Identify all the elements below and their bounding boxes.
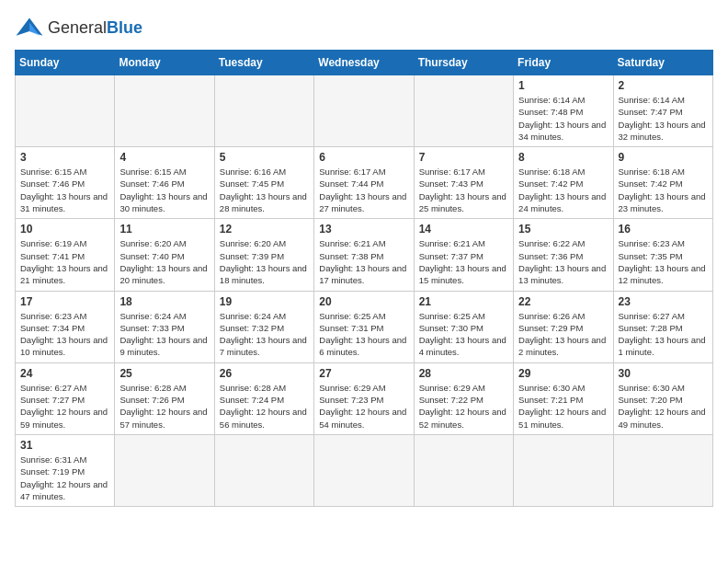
calendar-cell: 7Sunrise: 6:17 AM Sunset: 7:43 PM Daylig… bbox=[414, 147, 513, 219]
day-info: Sunrise: 6:25 AM Sunset: 7:31 PM Dayligh… bbox=[319, 310, 408, 359]
calendar-cell: 17Sunrise: 6:23 AM Sunset: 7:34 PM Dayli… bbox=[16, 291, 115, 362]
day-info: Sunrise: 6:14 AM Sunset: 7:47 PM Dayligh… bbox=[619, 94, 708, 143]
calendar-week-row: 1Sunrise: 6:14 AM Sunset: 7:48 PM Daylig… bbox=[16, 75, 713, 147]
day-number: 2 bbox=[619, 79, 708, 92]
day-number: 30 bbox=[619, 367, 708, 380]
header-saturday: Saturday bbox=[613, 51, 712, 75]
day-info: Sunrise: 6:17 AM Sunset: 7:44 PM Dayligh… bbox=[319, 166, 408, 214]
calendar-week-row: 10Sunrise: 6:19 AM Sunset: 7:41 PM Dayli… bbox=[16, 219, 713, 291]
calendar-cell: 30Sunrise: 6:30 AM Sunset: 7:20 PM Dayli… bbox=[613, 362, 712, 434]
day-info: Sunrise: 6:27 AM Sunset: 7:28 PM Dayligh… bbox=[619, 310, 708, 359]
day-info: Sunrise: 6:29 AM Sunset: 7:22 PM Dayligh… bbox=[419, 382, 508, 431]
calendar-cell: 1Sunrise: 6:14 AM Sunset: 7:48 PM Daylig… bbox=[514, 75, 613, 147]
day-number: 22 bbox=[518, 295, 608, 308]
calendar-cell bbox=[414, 434, 513, 506]
calendar-cell: 28Sunrise: 6:29 AM Sunset: 7:22 PM Dayli… bbox=[414, 362, 513, 434]
calendar-cell: 12Sunrise: 6:20 AM Sunset: 7:39 PM Dayli… bbox=[214, 219, 313, 291]
day-number: 3 bbox=[20, 151, 109, 164]
day-number: 9 bbox=[619, 151, 708, 164]
day-number: 5 bbox=[220, 151, 309, 164]
calendar-cell: 31Sunrise: 6:31 AM Sunset: 7:19 PM Dayli… bbox=[16, 434, 115, 506]
logo-text: GeneralBlue bbox=[48, 18, 142, 38]
day-info: Sunrise: 6:18 AM Sunset: 7:42 PM Dayligh… bbox=[518, 166, 608, 214]
logo: GeneralBlue bbox=[15, 15, 142, 40]
day-number: 27 bbox=[319, 367, 408, 380]
day-number: 25 bbox=[119, 367, 209, 380]
day-info: Sunrise: 6:15 AM Sunset: 7:46 PM Dayligh… bbox=[119, 166, 209, 214]
calendar-cell bbox=[314, 434, 414, 506]
page-header: GeneralBlue bbox=[15, 15, 713, 40]
day-number: 12 bbox=[220, 223, 309, 236]
calendar-cell: 27Sunrise: 6:29 AM Sunset: 7:23 PM Dayli… bbox=[314, 362, 414, 434]
day-info: Sunrise: 6:29 AM Sunset: 7:23 PM Dayligh… bbox=[319, 382, 408, 431]
day-info: Sunrise: 6:20 AM Sunset: 7:39 PM Dayligh… bbox=[220, 237, 309, 286]
day-info: Sunrise: 6:15 AM Sunset: 7:46 PM Dayligh… bbox=[20, 166, 109, 214]
header-tuesday: Tuesday bbox=[214, 51, 313, 75]
calendar-cell: 13Sunrise: 6:21 AM Sunset: 7:38 PM Dayli… bbox=[314, 219, 414, 291]
calendar-cell: 25Sunrise: 6:28 AM Sunset: 7:26 PM Dayli… bbox=[115, 362, 214, 434]
day-info: Sunrise: 6:14 AM Sunset: 7:48 PM Dayligh… bbox=[518, 94, 608, 143]
day-number: 31 bbox=[20, 439, 109, 452]
calendar-cell: 14Sunrise: 6:21 AM Sunset: 7:37 PM Dayli… bbox=[414, 219, 513, 291]
logo-icon bbox=[15, 15, 44, 40]
day-info: Sunrise: 6:26 AM Sunset: 7:29 PM Dayligh… bbox=[518, 310, 608, 359]
calendar-cell bbox=[16, 75, 115, 147]
calendar-cell: 29Sunrise: 6:30 AM Sunset: 7:21 PM Dayli… bbox=[514, 362, 613, 434]
calendar-cell bbox=[214, 434, 313, 506]
day-number: 1 bbox=[518, 79, 608, 92]
calendar-cell: 15Sunrise: 6:22 AM Sunset: 7:36 PM Dayli… bbox=[514, 219, 613, 291]
calendar-cell: 10Sunrise: 6:19 AM Sunset: 7:41 PM Dayli… bbox=[16, 219, 115, 291]
calendar-week-row: 3Sunrise: 6:15 AM Sunset: 7:46 PM Daylig… bbox=[16, 147, 713, 219]
calendar-cell: 5Sunrise: 6:16 AM Sunset: 7:45 PM Daylig… bbox=[214, 147, 313, 219]
day-info: Sunrise: 6:24 AM Sunset: 7:33 PM Dayligh… bbox=[119, 310, 209, 359]
header-friday: Friday bbox=[514, 51, 613, 75]
day-number: 26 bbox=[220, 367, 309, 380]
calendar-week-row: 24Sunrise: 6:27 AM Sunset: 7:27 PM Dayli… bbox=[16, 362, 713, 434]
calendar-week-row: 31Sunrise: 6:31 AM Sunset: 7:19 PM Dayli… bbox=[16, 434, 713, 506]
day-number: 19 bbox=[220, 295, 309, 308]
day-info: Sunrise: 6:21 AM Sunset: 7:37 PM Dayligh… bbox=[419, 237, 508, 286]
calendar-cell: 22Sunrise: 6:26 AM Sunset: 7:29 PM Dayli… bbox=[514, 291, 613, 362]
calendar-cell: 2Sunrise: 6:14 AM Sunset: 7:47 PM Daylig… bbox=[613, 75, 712, 147]
day-info: Sunrise: 6:31 AM Sunset: 7:19 PM Dayligh… bbox=[20, 454, 109, 502]
day-info: Sunrise: 6:18 AM Sunset: 7:42 PM Dayligh… bbox=[619, 166, 708, 214]
day-info: Sunrise: 6:19 AM Sunset: 7:41 PM Dayligh… bbox=[20, 237, 109, 286]
calendar-cell: 19Sunrise: 6:24 AM Sunset: 7:32 PM Dayli… bbox=[214, 291, 313, 362]
calendar-cell: 18Sunrise: 6:24 AM Sunset: 7:33 PM Dayli… bbox=[115, 291, 214, 362]
calendar-table: SundayMondayTuesdayWednesdayThursdayFrid… bbox=[15, 50, 713, 507]
day-number: 18 bbox=[119, 295, 209, 308]
calendar-cell bbox=[613, 434, 712, 506]
calendar-cell: 23Sunrise: 6:27 AM Sunset: 7:28 PM Dayli… bbox=[613, 291, 712, 362]
day-info: Sunrise: 6:23 AM Sunset: 7:34 PM Dayligh… bbox=[20, 310, 109, 359]
calendar-cell: 4Sunrise: 6:15 AM Sunset: 7:46 PM Daylig… bbox=[115, 147, 214, 219]
calendar-cell bbox=[115, 434, 214, 506]
day-number: 4 bbox=[119, 151, 209, 164]
calendar-cell: 8Sunrise: 6:18 AM Sunset: 7:42 PM Daylig… bbox=[514, 147, 613, 219]
day-number: 15 bbox=[518, 223, 608, 236]
header-thursday: Thursday bbox=[414, 51, 513, 75]
day-info: Sunrise: 6:28 AM Sunset: 7:24 PM Dayligh… bbox=[220, 382, 309, 431]
day-number: 11 bbox=[119, 223, 209, 236]
day-info: Sunrise: 6:25 AM Sunset: 7:30 PM Dayligh… bbox=[419, 310, 508, 359]
day-number: 20 bbox=[319, 295, 408, 308]
day-number: 23 bbox=[619, 295, 708, 308]
day-info: Sunrise: 6:17 AM Sunset: 7:43 PM Dayligh… bbox=[419, 166, 508, 214]
calendar-cell bbox=[214, 75, 313, 147]
calendar-cell: 26Sunrise: 6:28 AM Sunset: 7:24 PM Dayli… bbox=[214, 362, 313, 434]
calendar-cell bbox=[115, 75, 214, 147]
day-number: 14 bbox=[419, 223, 508, 236]
day-info: Sunrise: 6:27 AM Sunset: 7:27 PM Dayligh… bbox=[20, 382, 109, 431]
calendar-header-row: SundayMondayTuesdayWednesdayThursdayFrid… bbox=[16, 51, 713, 75]
day-info: Sunrise: 6:16 AM Sunset: 7:45 PM Dayligh… bbox=[220, 166, 309, 214]
calendar-cell: 9Sunrise: 6:18 AM Sunset: 7:42 PM Daylig… bbox=[613, 147, 712, 219]
day-number: 7 bbox=[419, 151, 508, 164]
day-info: Sunrise: 6:22 AM Sunset: 7:36 PM Dayligh… bbox=[518, 237, 608, 286]
header-sunday: Sunday bbox=[16, 51, 115, 75]
calendar-cell: 6Sunrise: 6:17 AM Sunset: 7:44 PM Daylig… bbox=[314, 147, 414, 219]
day-number: 29 bbox=[518, 367, 608, 380]
day-info: Sunrise: 6:30 AM Sunset: 7:20 PM Dayligh… bbox=[619, 382, 708, 431]
day-number: 24 bbox=[20, 367, 109, 380]
calendar-cell: 24Sunrise: 6:27 AM Sunset: 7:27 PM Dayli… bbox=[16, 362, 115, 434]
day-info: Sunrise: 6:24 AM Sunset: 7:32 PM Dayligh… bbox=[220, 310, 309, 359]
day-info: Sunrise: 6:23 AM Sunset: 7:35 PM Dayligh… bbox=[619, 237, 708, 286]
